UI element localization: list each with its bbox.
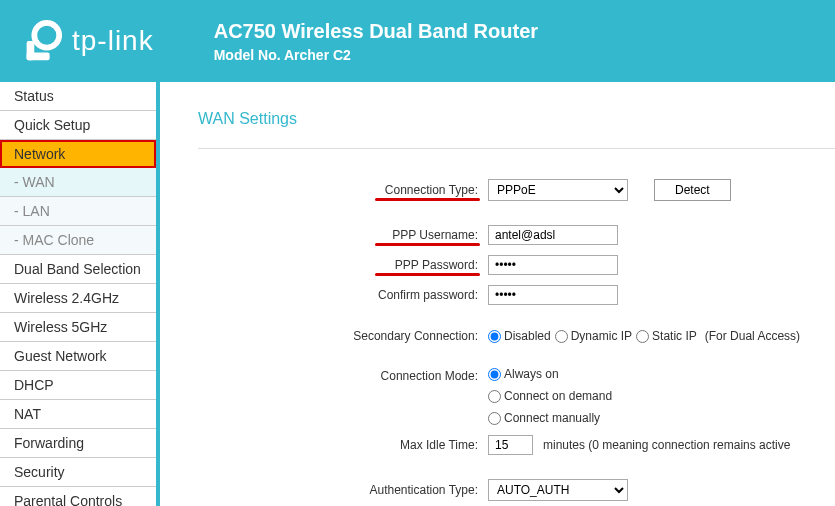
max-idle-label: Max Idle Time: (198, 438, 488, 452)
sidebar-item-mac-clone[interactable]: - MAC Clone (0, 226, 156, 255)
header: tp-link AC750 Wireless Dual Band Router … (0, 0, 835, 82)
svg-rect-2 (27, 53, 50, 61)
connection-type-label: Connection Type: (198, 183, 488, 197)
sidebar-item-forwarding[interactable]: Forwarding (0, 429, 156, 458)
ppp-username-label: PPP Username: (198, 228, 488, 242)
secondary-hint: (For Dual Access) (705, 329, 800, 343)
product-title: AC750 Wireless Dual Band Router (214, 20, 538, 43)
ppp-password-label: PPP Password: (198, 258, 488, 272)
sidebar-item-nat[interactable]: NAT (0, 400, 156, 429)
secondary-disabled-radio[interactable] (488, 330, 501, 343)
sidebar-item-wireless-2-4ghz[interactable]: Wireless 2.4GHz (0, 284, 156, 313)
sidebar-item-security[interactable]: Security (0, 458, 156, 487)
detect-button[interactable]: Detect (654, 179, 731, 201)
auth-type-label: Authentication Type: (198, 483, 488, 497)
mode-always-on-option[interactable]: Always on (488, 367, 559, 381)
sidebar-item-status[interactable]: Status (0, 82, 156, 111)
sidebar-item-guest-network[interactable]: Guest Network (0, 342, 156, 371)
sidebar-item-parental-controls[interactable]: Parental Controls (0, 487, 156, 506)
sidebar-item-dhcp[interactable]: DHCP (0, 371, 156, 400)
connection-mode-label: Connection Mode: (198, 367, 488, 383)
secondary-static-option[interactable]: Static IP (636, 329, 697, 343)
sidebar[interactable]: StatusQuick SetupNetwork- WAN- LAN- MAC … (0, 82, 160, 506)
brand-text: tp-link (72, 25, 154, 57)
page-title: WAN Settings (198, 110, 835, 128)
sidebar-item-lan[interactable]: - LAN (0, 197, 156, 226)
secondary-dynamic-radio[interactable] (555, 330, 568, 343)
ppp-password-input[interactable] (488, 255, 618, 275)
confirm-password-input[interactable] (488, 285, 618, 305)
sidebar-item-dual-band-selection[interactable]: Dual Band Selection (0, 255, 156, 284)
auth-type-select[interactable]: AUTO_AUTH (488, 479, 628, 501)
connection-mode-group: Always on Connect on demand Connect manu… (488, 367, 614, 425)
sidebar-item-wan[interactable]: - WAN (0, 168, 156, 197)
main-panel: WAN Settings Connection Type: PPPoE Dete… (160, 82, 835, 506)
max-idle-hint: minutes (0 meaning connection remains ac… (543, 438, 790, 452)
svg-point-0 (34, 23, 59, 48)
secondary-dynamic-option[interactable]: Dynamic IP (555, 329, 632, 343)
mode-always-on-radio[interactable] (488, 368, 501, 381)
ppp-username-input[interactable] (488, 225, 618, 245)
product-model: Model No. Archer C2 (214, 47, 538, 63)
max-idle-input[interactable] (488, 435, 533, 455)
mode-on-demand-radio[interactable] (488, 390, 501, 403)
connection-type-select[interactable]: PPPoE (488, 179, 628, 201)
mode-on-demand-option[interactable]: Connect on demand (488, 389, 612, 403)
tplink-logo-icon (18, 18, 64, 64)
sidebar-item-quick-setup[interactable]: Quick Setup (0, 111, 156, 140)
sidebar-item-network[interactable]: Network (0, 140, 156, 168)
mode-manually-radio[interactable] (488, 412, 501, 425)
header-titles: AC750 Wireless Dual Band Router Model No… (214, 20, 538, 63)
secondary-connection-group: Disabled Dynamic IP Static IP (For Dual … (488, 329, 800, 343)
divider (198, 148, 835, 149)
mode-manually-option[interactable]: Connect manually (488, 411, 600, 425)
secondary-connection-label: Secondary Connection: (198, 329, 488, 343)
sidebar-item-wireless-5ghz[interactable]: Wireless 5GHz (0, 313, 156, 342)
brand-logo: tp-link (18, 18, 154, 64)
confirm-password-label: Confirm password: (198, 288, 488, 302)
secondary-disabled-option[interactable]: Disabled (488, 329, 551, 343)
secondary-static-radio[interactable] (636, 330, 649, 343)
